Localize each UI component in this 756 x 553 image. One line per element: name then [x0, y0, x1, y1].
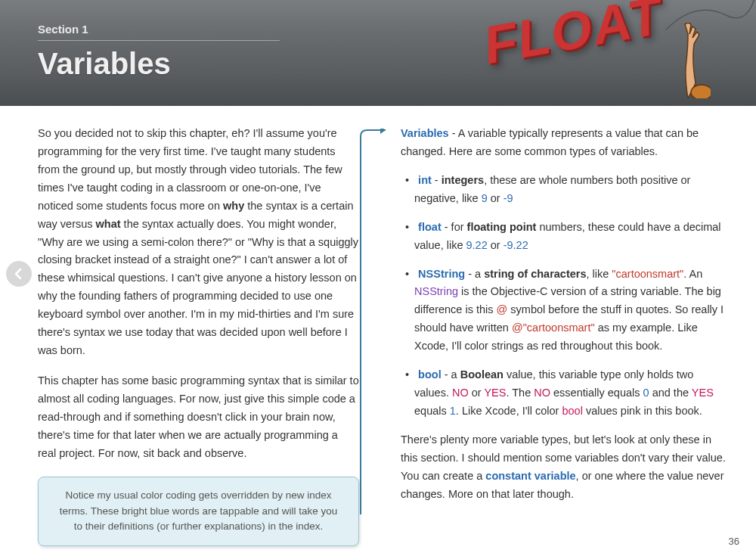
svg-point-0 — [691, 85, 711, 98]
list-item-bool: bool - a Boolean value, this variable ty… — [401, 366, 726, 421]
emphasis-what: what — [96, 218, 121, 230]
emphasis-why: why — [223, 200, 244, 212]
left-column: So you decided not to skip this chapter,… — [38, 125, 378, 522]
callout-note: Notice my usual color coding gets overri… — [38, 477, 359, 547]
intro-paragraph-2: This chapter has some basic programming … — [38, 372, 359, 463]
type-list: int - integers, these are whole numbers … — [401, 172, 726, 421]
link-float[interactable]: float — [418, 221, 442, 233]
link-bool[interactable]: bool — [418, 368, 442, 381]
list-item-float: float - for floating point numbers, thes… — [401, 219, 726, 255]
link-constant-variable[interactable]: constant variable — [485, 470, 575, 482]
link-int[interactable]: int — [418, 174, 432, 186]
list-item-nsstring: NSString - a string of characters, like … — [401, 266, 726, 356]
list-item-int: int - integers, these are whole numbers … — [401, 172, 726, 208]
outro-paragraph: There's plenty more variable types, but … — [401, 431, 726, 504]
float-word-art: FLOAT — [485, 0, 662, 76]
page-header: Section 1 Variables FLOAT — [0, 0, 756, 106]
callout-text: Notice my usual color coding gets overri… — [60, 489, 337, 533]
string-line-icon — [665, 0, 756, 53]
content-area: So you decided not to skip this chapter,… — [0, 106, 756, 530]
variables-definition: Variables - A variable typically represe… — [401, 125, 726, 161]
page-number: 36 — [729, 536, 739, 547]
section-label: Section 1 — [38, 23, 280, 41]
intro-paragraph-1: So you decided not to skip this chapter,… — [38, 125, 359, 360]
right-column: Variables - A variable typically represe… — [378, 125, 726, 522]
link-nsstring[interactable]: NSString — [418, 268, 465, 280]
link-variables[interactable]: Variables — [401, 127, 449, 139]
header-illustration: FLOAT — [469, 0, 741, 106]
